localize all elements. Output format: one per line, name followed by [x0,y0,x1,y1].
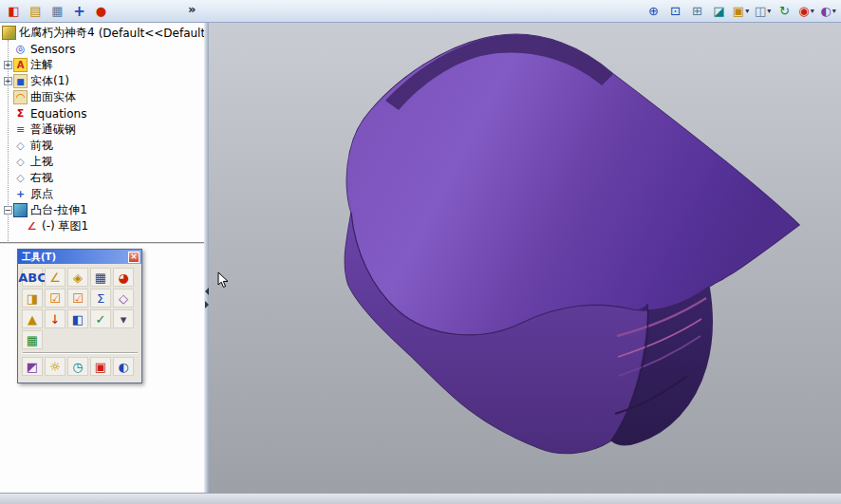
splitter-handle[interactable] [204,281,209,315]
chevron-down-icon: ▾ [832,7,836,15]
globe-icon[interactable]: ◐ [113,357,134,376]
checkbox-check-icon[interactable]: ☑ [45,289,65,308]
tree-item-top-plane[interactable]: ◇ 上视 [2,154,204,170]
appearances-icon[interactable]: ◉▾ [796,1,816,20]
tree-gutter: − [2,206,13,215]
tree-item-origin[interactable]: + 原点 [2,186,204,202]
chevron-down-icon: ▾ [745,7,749,15]
compare-geometry-icon[interactable]: ◇ [113,289,134,308]
zoom-area-icon[interactable]: ⊡ [665,1,685,20]
tree-root-config: (Default<<Default... [99,27,204,40]
sketch-icon: ∠ [25,219,39,233]
view-toolbar: ⊕ ⊡ ⊞ ◪ ▣▾ ◫▾ ↻ ◉▾ ◐▾ [643,1,839,20]
part-icon [2,26,16,40]
tools-palette-body: ABC ∠ ◈ ▦ ◕ ◨ ☑ ☑ Σ ◇ ▲ ↓ ◧ ✓ ▾ ▦ ◩ ☼ ◷ … [18,264,141,383]
tree-item-label: 右视 [30,170,53,186]
expand-plus-icon[interactable]: + [4,77,12,85]
tree-item-label: Sensors [30,43,75,56]
more-tools-arrow-icon[interactable]: ▾ [113,309,134,328]
compare-blocks-icon[interactable]: ▣ [90,357,111,376]
tools-palette-titlebar[interactable]: 工具(T) × [18,250,141,264]
rotate-view-icon[interactable]: ↻ [775,1,794,20]
collapse-minus-icon[interactable]: − [4,206,12,215]
tree-item-sketch[interactable]: ∠ (-) 草图1 [2,218,204,234]
tree-item-equations[interactable]: Σ Equations [2,105,204,121]
main-toolbar: ◧ ▤ ▦ + ● » ⊕ ⊡ ⊞ ◪ ▣▾ ◫▾ ↻ ◉▾ ◐▾ [0,0,841,23]
tree-item-label: 凸台-拉伸1 [30,202,87,218]
tree-item-material[interactable]: ≡ 普通碳钢 [2,121,204,138]
plane-icon: ◇ [13,139,28,153]
mass-properties-icon[interactable]: ◈ [67,268,88,287]
solid-bodies-folder-icon: ■ [13,74,28,88]
tools-palette: 工具(T) × ABC ∠ ◈ ▦ ◕ ◨ ☑ ☑ Σ ◇ ▲ ↓ ◧ ✓ ▾ … [17,249,142,383]
palette-row: ◨ ☑ ☑ Σ ◇ [22,289,139,308]
design-check-icon[interactable]: ◨ [22,289,43,308]
appearances-glyph: ◉ [798,4,809,18]
zoom-fit-icon[interactable]: ⊞ [687,1,707,20]
collapse-left-icon [205,288,209,295]
view-orientation-icon[interactable]: ▣▾ [731,1,751,20]
tree-item-sensors[interactable]: ◎ Sensors [2,41,204,57]
check-entity-icon[interactable]: ✓ [90,309,111,328]
chevron-down-icon: ▾ [767,7,771,15]
equations-sigma-icon: Σ [13,106,28,121]
zoom-in-icon[interactable]: ⊕ [644,1,663,20]
measure-icon[interactable]: ∠ [45,268,65,287]
tree-item-surface-bodies[interactable]: ◠ 曲面实体 [2,89,204,105]
plane-icon: ◇ [13,171,28,185]
origin-icon: + [13,187,28,201]
design-table-grid-icon[interactable]: ▦ [22,330,43,349]
chevron-down-icon: ▾ [811,7,814,15]
spellcheck-icon[interactable]: ABC [22,268,43,287]
tree-item-right-plane[interactable]: ◇ 右视 [2,170,204,186]
appearance-brush-icon[interactable]: ◩ [22,357,43,376]
page-edit-icon[interactable]: ▤ [26,2,46,21]
close-icon[interactable]: × [128,252,140,263]
feature-tree: 化腐朽为神奇4 (Default<<Default... ◎ Sensors +… [0,23,204,234]
sphere-icon[interactable]: ● [91,2,111,21]
palette-row: ▲ ↓ ◧ ✓ ▾ [22,309,139,328]
tree-item-label: 普通碳钢 [30,121,76,138]
tree-item-label: 实体(1) [30,73,69,89]
toolbar-overflow-chevron[interactable]: » [188,2,196,16]
tree-item-annotations[interactable]: + A 注解 [2,57,204,73]
palette-row: ◩ ☼ ◷ ▣ ◐ [22,357,139,376]
tree-gutter: + [2,77,13,85]
tree-item-front-plane[interactable]: ◇ 前视 [2,138,204,154]
tree-root[interactable]: 化腐朽为神奇4 (Default<<Default... [2,25,204,41]
design-table-icon[interactable]: ▦ [47,2,67,21]
performance-pie-icon[interactable]: ◕ [113,268,134,287]
section-view-icon[interactable]: ◪ [709,1,729,20]
palette-row: ABC ∠ ◈ ▦ ◕ [22,268,139,287]
equations-sigma-icon[interactable]: Σ [90,289,111,308]
boss-extrude-icon [13,203,28,217]
expand-right-icon [205,301,209,308]
compare-documents-icon[interactable]: ◧ [67,309,88,328]
warning-triangle-icon[interactable]: ▲ [22,309,43,328]
section-properties-icon[interactable]: ▦ [90,268,111,287]
options-sun-icon[interactable]: ☼ [45,357,65,376]
checkbox-verify-icon[interactable]: ☑ [67,289,88,308]
tree-item-label: 曲面实体 [30,89,76,105]
view-orientation-glyph: ▣ [733,4,744,18]
panel-splitter-horizontal[interactable] [0,242,204,245]
scene-icon[interactable]: ◐▾ [818,1,838,20]
annotations-icon: A [13,58,28,72]
move-arrows-icon[interactable]: + [69,2,89,21]
tree-gutter: + [2,61,13,69]
tree-root-label: 化腐朽为神奇4 [19,25,95,41]
tree-item-label: 原点 [30,186,53,202]
tree-item-boss-extrude[interactable]: − 凸台-拉伸1 [2,202,204,218]
panel-splitter-vertical[interactable] [204,23,209,493]
import-diagnostics-icon[interactable]: ↓ [45,309,65,328]
tree-item-solid-bodies[interactable]: + ■ 实体(1) [2,73,204,89]
model-3d[interactable] [209,23,841,493]
scene-glyph: ◐ [820,4,831,18]
tree-item-label: Equations [30,107,86,121]
display-style-icon[interactable]: ◫▾ [753,1,773,20]
graphics-viewport[interactable] [209,23,841,493]
palette-separator [23,352,138,354]
part-cube-icon[interactable]: ◧ [4,2,24,21]
expand-plus-icon[interactable]: + [4,61,12,69]
schedule-clock-icon[interactable]: ◷ [67,357,88,376]
